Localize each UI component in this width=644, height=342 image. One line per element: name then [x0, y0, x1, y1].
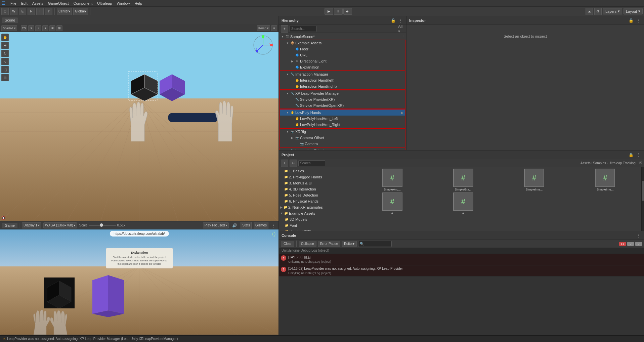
asset-simpleInte1[interactable]: # SimpleInte... [500, 169, 569, 191]
console-row-1[interactable]: ! [14:16:02] LeapProvider was not assign… [279, 265, 644, 277]
scene-grid[interactable]: ⊞ [56, 25, 62, 31]
proj-hands-urp[interactable]: 📁 Hands (URP) [279, 228, 356, 231]
hierarchy-content[interactable]: ▼ 🎬 SampleScene* ⋮ ▼ 📦 Example Assets [279, 33, 406, 150]
tool-transform[interactable]: ⊞ [1, 74, 9, 81]
tree-item-interaction-manager[interactable]: ▼ 🔧 Interaction Manager [280, 71, 405, 77]
proj-3d-interaction[interactable]: 📁 4. 3D Interaction [279, 186, 356, 192]
scene-fx[interactable]: ✦ [42, 25, 48, 31]
scene-persp[interactable]: Persp ▾ [257, 25, 270, 31]
tree-item-example-assets[interactable]: ▼ 📦 Example Assets [280, 40, 405, 46]
collab-btn[interactable]: ☁ [586, 8, 593, 15]
scene-tab[interactable]: Scene [2, 17, 18, 23]
proj-basics[interactable]: 📁 1. Basics [279, 168, 356, 174]
menu-ultraleap[interactable]: Ultraleap [95, 1, 114, 6]
tool-scale[interactable]: ⤡ [1, 58, 9, 65]
tree-item-hand-left[interactable]: ✋ Interaction Hand(left) [280, 77, 405, 83]
scale-slider[interactable] [89, 225, 116, 226]
menu-gameobject[interactable]: GameObject [46, 1, 71, 6]
asset-script1[interactable]: # # [357, 193, 427, 215]
tool-rotate[interactable]: ↻ [1, 50, 9, 57]
proj-font[interactable]: 📁 Font [279, 222, 356, 228]
tree-item-explanation[interactable]: 🔷 Explanation [280, 64, 405, 70]
menu-edit[interactable]: Edit [19, 1, 30, 6]
project-add-btn[interactable]: + [281, 160, 288, 167]
console-search[interactable] [358, 241, 392, 247]
tree-item-directional-light[interactable]: ▶ ☀ Directional Light [280, 58, 405, 64]
tree-item-xrrig[interactable]: ▼ 📷 XRRig [280, 129, 405, 135]
tree-item-url[interactable]: 🔷 URL [280, 52, 405, 58]
tree-item-camera-offset[interactable]: ▶ 📷 Camera Offset [280, 135, 405, 141]
tool-hand[interactable]: ✋ [1, 34, 9, 41]
tree-item-samplescene[interactable]: ▼ 🎬 SampleScene* ⋮ [279, 34, 406, 40]
inspector-lock-btn[interactable]: 🔒 [628, 17, 634, 24]
asset-simpleInte2[interactable]: # SimpleInte... [570, 169, 640, 191]
project-search[interactable] [298, 160, 325, 166]
console-menu-btn[interactable]: ⋮ [635, 232, 641, 239]
pivot-toggle[interactable]: Center ▾ [57, 8, 72, 15]
tree-item-lowpoly-hands[interactable]: ▼ ✋ LowPoly Hands ▶ [280, 110, 405, 116]
game-tab[interactable]: Game [2, 223, 17, 228]
project-refresh-btn[interactable]: ↻ [290, 160, 297, 167]
console-clear-btn[interactable]: Clear [281, 241, 294, 247]
menu-assets[interactable]: Assets [30, 1, 45, 6]
console-error-pause-btn[interactable]: Error Pause [318, 241, 340, 247]
console-row-0[interactable]: ! [14:15:56] 抢起 UnityEngine.Debug:Log (o… [279, 254, 644, 265]
asset-simpleAnc[interactable]: # SimpleAnc... [357, 169, 427, 191]
tool-y[interactable]: Y [45, 8, 52, 15]
scale-thumb[interactable] [100, 223, 103, 227]
scene-draw-mode[interactable]: Shaded ▾ [1, 25, 17, 31]
tree-item-camera[interactable]: 📷 Camera [280, 141, 405, 147]
proj-menus[interactable]: 📁 3. Menus & UI [279, 180, 356, 186]
game-display-dropdown[interactable]: Display 1 ▾ [22, 222, 41, 228]
layout-dropdown[interactable]: Layout ▾ [624, 8, 643, 14]
console-collapse-btn[interactable]: Collapse [299, 241, 316, 247]
inspector-menu-btn[interactable]: ⋮ [635, 17, 641, 24]
proj-example-assets[interactable]: ▼ 📁 Example Assets [279, 210, 356, 216]
proj-pre-rigged[interactable]: 📁 2. Pre-rigged Hands [279, 174, 356, 180]
proj-pose-detection[interactable]: 📁 5. Pose Detection [279, 192, 356, 198]
play-button[interactable]: ▶ [325, 8, 333, 15]
settings-btn[interactable]: ⚙ [594, 8, 602, 15]
asset-scrollbar[interactable] [641, 167, 644, 231]
tool-t[interactable]: T [36, 8, 44, 15]
hierarchy-all-tab[interactable]: All ▾ [398, 26, 404, 32]
scene-hidden[interactable]: 👁 [49, 25, 55, 31]
tool-q[interactable]: Q [1, 8, 9, 15]
hierarchy-lock-btn[interactable]: 🔒 [390, 17, 396, 24]
project-tree[interactable]: 📁 1. Basics 📁 2. Pre-rigged Hands 📁 3. M… [279, 167, 356, 231]
tool-rect[interactable]: ⬚ [1, 66, 9, 73]
menu-component[interactable]: Component [71, 1, 94, 6]
game-resolution-dropdown[interactable]: WXGA (1366x768) ▾ [43, 222, 77, 228]
menu-file[interactable]: File [8, 1, 18, 6]
audio-icon[interactable]: 🔊 [232, 223, 237, 228]
tree-item-service-openxr[interactable]: 🔧 Service Provider(OpenXR) [280, 102, 405, 109]
hierarchy-menu-btn[interactable]: ⋮ [397, 17, 403, 24]
step-button[interactable]: ⏭ [343, 8, 352, 15]
scene-light[interactable]: ☀ [28, 25, 34, 31]
menu-help[interactable]: Help [133, 1, 144, 6]
layers-dropdown[interactable]: Layers ▾ [603, 8, 622, 14]
tree-item-floor[interactable]: 🔷 Floor [280, 46, 405, 52]
tool-e[interactable]: E [19, 8, 26, 15]
gizmo-widget[interactable]: X Y Z [253, 35, 273, 55]
scene-2d[interactable]: 2D [21, 25, 28, 31]
tree-item-lowpoly-right[interactable]: ✋ LowPolyHandArm_Right [280, 122, 405, 128]
project-lock-btn[interactable]: 🔒 [628, 152, 634, 158]
project-menu-btn[interactable]: ⋮ [635, 152, 641, 158]
proj-non-xr[interactable]: ▶ 📁 2. Non-XR Examples [279, 204, 356, 210]
tool-w[interactable]: W [10, 8, 17, 15]
console-editor-btn[interactable]: Editor ▾ [342, 241, 357, 247]
pause-button[interactable]: ⏸ [334, 8, 343, 15]
asset-simpleGra[interactable]: # SimpleGra... [428, 169, 498, 191]
game-menu-btn[interactable]: ⋮ [270, 222, 276, 228]
tool-move[interactable]: ✛ [1, 42, 9, 49]
global-toggle[interactable]: Global ▾ [73, 8, 88, 15]
proj-physical-hands[interactable]: 📁 6. Physical Hands [279, 198, 356, 204]
play-focused-dropdown[interactable]: Play Focused ▾ [203, 222, 229, 228]
gizmos-btn[interactable]: Gizmos [254, 222, 268, 229]
hierarchy-add-btn[interactable]: + [281, 25, 288, 33]
console-content[interactable]: ! [14:15:56] 抢起 UnityEngine.Debug:Log (o… [279, 254, 644, 342]
tree-item-lowpoly-left[interactable]: ✋ LowPolyHandArm_Left [280, 116, 405, 122]
hierarchy-search[interactable] [290, 26, 316, 32]
tree-item-hand-right[interactable]: ✋ Interaction Hand(right) [280, 83, 405, 89]
